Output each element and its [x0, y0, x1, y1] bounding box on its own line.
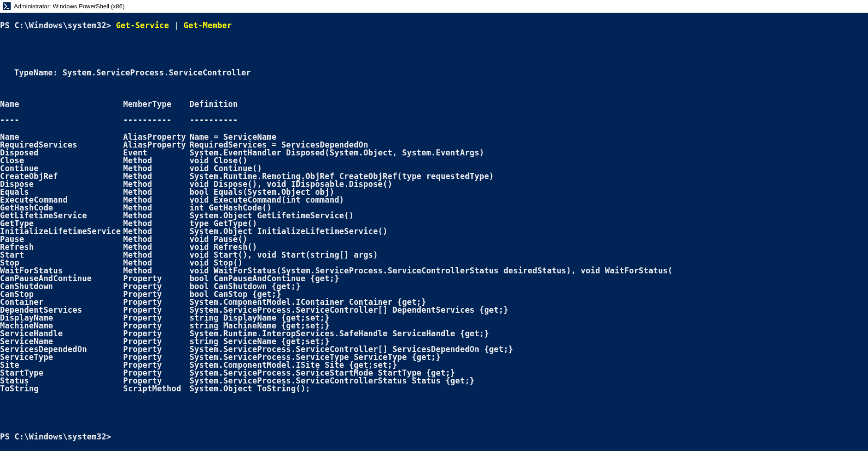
underline: ----: [0, 116, 123, 124]
blank-line: [0, 37, 868, 45]
command-line-1: PS C:\Windows\system32> Get-Service | Ge…: [0, 21, 868, 30]
powershell-icon: [3, 2, 11, 10]
blank-line: [0, 401, 868, 408]
blank-line: [0, 53, 868, 61]
blank-line: [0, 85, 868, 93]
member-type: ScriptMethod: [123, 385, 189, 393]
console-area[interactable]: PS C:\Windows\system32> Get-Service | Ge…: [0, 13, 868, 451]
titlebar[interactable]: Administrator: Windows PowerShell (x86): [0, 0, 868, 13]
window-title: Administrator: Windows PowerShell (x86): [14, 3, 125, 10]
underline: ----------: [189, 116, 237, 124]
member-definition: System.Object ToString();: [189, 385, 310, 393]
header-definition: Definition: [189, 100, 237, 108]
pipe-token: |: [174, 21, 179, 30]
table-header: NameMemberTypeDefinition: [0, 100, 868, 108]
command-token: Get-Service: [116, 21, 174, 30]
prompt-text: PS C:\Windows\system32>: [0, 21, 116, 30]
table-divider: ------------------------: [0, 116, 868, 125]
command-line-2: PS C:\Windows\system32>: [0, 432, 868, 441]
table-row: ToStringScriptMethodSystem.Object ToStri…: [0, 385, 868, 393]
typename-line: TypeName: System.ServiceProcess.ServiceC…: [0, 69, 868, 77]
blank-line: [0, 416, 868, 424]
header-name: Name: [0, 100, 123, 108]
command-token: Get-Member: [179, 21, 232, 30]
header-type: MemberType: [123, 100, 189, 108]
member-name: ToString: [0, 385, 123, 393]
prompt-text: PS C:\Windows\system32>: [0, 432, 116, 441]
underline: ----------: [123, 116, 189, 124]
